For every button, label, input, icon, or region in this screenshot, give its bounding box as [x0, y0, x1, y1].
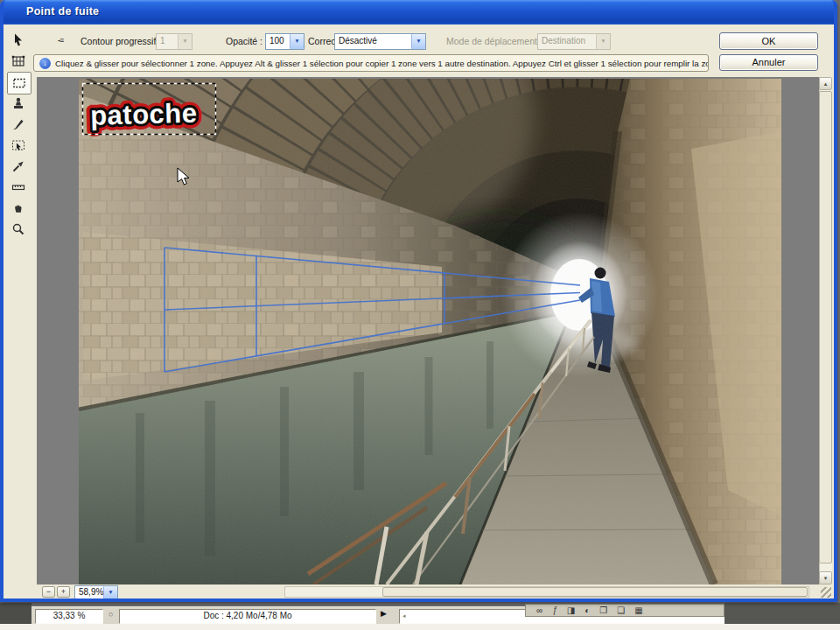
eyedropper-icon	[10, 158, 26, 174]
chevron-down-icon[interactable]: ▼	[103, 586, 117, 598]
chevron-down-icon: ▼	[178, 34, 192, 49]
adjustment-layer-icon[interactable]: ◐	[584, 605, 590, 616]
zoom-tool[interactable]	[7, 219, 30, 240]
layers-palette-footer: ∞ ƒ ◨ ◐ ❐ ❏ ▦	[525, 604, 724, 617]
doc-info-arrow[interactable]: ▶	[381, 609, 387, 618]
status-zoom-field[interactable]: 33,33 %	[35, 609, 103, 624]
stamp-tool[interactable]	[7, 93, 30, 114]
opacity-value: 100	[266, 34, 290, 49]
title-bar[interactable]: Point de fuite	[0, 0, 837, 24]
chevron-down-icon[interactable]: ▼	[290, 34, 304, 49]
preview-zoom-value: 58,9%	[75, 586, 103, 598]
vanishing-point-dialog: Point de fuite -≡ Contour progressif : 1…	[0, 0, 837, 602]
hint-bar: ↓ Cliquez & glisser pour sélectionner 1 …	[33, 54, 709, 72]
arrow-cursor-icon	[10, 32, 26, 48]
marquee-tool[interactable]	[7, 72, 32, 94]
info-icon: ↓	[39, 58, 51, 69]
transform-icon	[10, 137, 26, 153]
zoom-out-button[interactable]: −	[42, 586, 55, 598]
preview-canvas[interactable]: patoche patoche patoche	[37, 77, 819, 584]
layer-mask-icon[interactable]: ◨	[567, 605, 575, 616]
hint-text: Cliquez & glisser pour sélectionner 1 zo…	[55, 59, 709, 68]
edit-plane-tool[interactable]	[7, 30, 30, 51]
move-mode-value: Destination	[538, 34, 596, 49]
hand-tool[interactable]	[7, 198, 30, 219]
doc-size-field: Doc : 4,20 Mo/4,78 Mo	[119, 609, 376, 624]
stamp-icon	[10, 95, 26, 111]
preview-zoom-combo[interactable]: 58,9% ▼	[74, 585, 118, 599]
create-plane-tool[interactable]	[7, 51, 30, 72]
scroll-left-icon[interactable]: ◂	[400, 612, 406, 619]
chevron-down-icon: ▼	[596, 34, 610, 49]
heal-combo[interactable]: Désactivé ▼	[334, 33, 426, 50]
feather-value: 1	[157, 34, 178, 49]
ruler-icon	[10, 179, 26, 195]
workspace-block	[724, 603, 840, 624]
measure-tool[interactable]	[7, 177, 30, 198]
vanishing-point-preview[interactable]: patoche patoche patoche	[79, 79, 781, 584]
window-title: Point de fuite	[26, 5, 99, 18]
move-mode-combo: Destination ▼	[537, 33, 611, 50]
photo-grain	[79, 79, 781, 584]
opacity-label: Opacité :	[226, 36, 262, 46]
resize-grip[interactable]	[821, 587, 831, 598]
vertical-scroll-thumb[interactable]	[819, 91, 832, 564]
magnifier-icon	[10, 221, 26, 237]
plane-grid-icon	[10, 53, 26, 69]
cancel-button[interactable]: Annuler	[719, 54, 818, 71]
status-circle-icon: ○	[108, 610, 113, 619]
chevron-down-icon[interactable]: ▼	[411, 34, 425, 49]
layer-style-icon[interactable]: ƒ	[552, 605, 557, 616]
tool-options-icon[interactable]: -≡	[58, 36, 63, 45]
scroll-down-icon[interactable]: ▾	[819, 571, 832, 584]
dashed-rect-icon	[11, 75, 27, 91]
opacity-combo[interactable]: 100 ▼	[265, 33, 304, 50]
feather-combo: 1 ▼	[156, 33, 192, 50]
new-layer-icon[interactable]: ❏	[617, 605, 625, 616]
eyedropper-tool[interactable]	[7, 156, 30, 177]
move-mode-label: Mode de déplacement :	[446, 36, 542, 46]
layer-group-icon[interactable]: ❐	[599, 605, 607, 616]
zoom-in-button[interactable]: +	[57, 586, 70, 598]
hand-icon	[10, 200, 26, 216]
scroll-up-icon[interactable]: ▴	[819, 77, 832, 90]
brush-icon	[10, 116, 26, 132]
link-icon[interactable]: ∞	[536, 605, 542, 616]
feather-label: Contour progressif :	[80, 36, 161, 46]
ok-button[interactable]: OK	[719, 32, 818, 50]
workspace-corner	[0, 603, 32, 624]
transform-tool[interactable]	[7, 135, 30, 156]
taskbar-strip	[0, 624, 840, 630]
brush-tool[interactable]	[7, 114, 30, 135]
horizontal-scroll-thumb[interactable]	[382, 587, 808, 597]
delete-layer-icon[interactable]: ▦	[634, 605, 642, 616]
heal-value: Désactivé	[335, 34, 411, 49]
